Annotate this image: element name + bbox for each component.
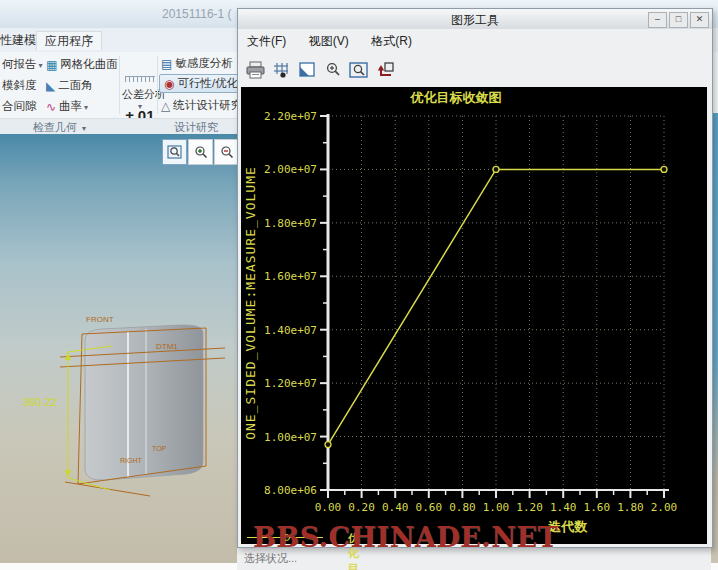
svg-text:1.00e+07: 1.00e+07: [264, 431, 317, 444]
mesh-grid-icon: ▦: [46, 58, 57, 72]
graph-tool-window: 图形工具 – □ ✕ 文件(F) 视图(V) 格式(R): [237, 8, 713, 548]
svg-text:2.00e+07: 2.00e+07: [264, 163, 317, 176]
chevron-down-icon: ▾: [82, 124, 86, 133]
zoom-refit-button[interactable]: [348, 59, 370, 81]
convergence-chart: 2.20e+072.00e+071.80e+071.60e+071.40e+07…: [241, 87, 707, 544]
menu-file[interactable]: 文件(F): [238, 29, 295, 54]
svg-text:ONE_SIDED_VOLUME:MEASURE_VOLUM: ONE_SIDED_VOLUME:MEASURE_VOLUME: [243, 166, 258, 440]
status-message: 选择状况...: [244, 551, 297, 566]
zoom-in-button[interactable]: [188, 139, 213, 165]
draft-angle-button[interactable]: 模斜度: [2, 78, 37, 93]
zoom-refit-button[interactable]: [162, 139, 187, 165]
svg-text:优化目标收敛图: 优化目标收敛图: [410, 90, 502, 105]
chevron-down-icon: ▾: [84, 103, 88, 112]
svg-text:8.00e+06: 8.00e+06: [264, 484, 317, 497]
tolerance-dropdown-arrow[interactable]: ▾: [138, 102, 142, 111]
cylinder-body: [85, 325, 203, 480]
main-window-title: 20151116-1 (: [162, 7, 232, 21]
grid-icon: [272, 61, 291, 79]
creo-application-window: 20151116-1 ( 性建模 应用程序 何报告▾ 模斜度 合间隙 ▦网格化曲…: [0, 0, 718, 570]
window-buttons: – □ ✕: [648, 12, 709, 28]
svg-text:1.20: 1.20: [516, 501, 543, 514]
dihedral-icon: ◣: [46, 79, 55, 93]
curvature-icon: ∿: [46, 100, 56, 114]
datum-label-top: TOP: [152, 445, 167, 452]
svg-text:1.80e+07: 1.80e+07: [264, 217, 317, 230]
maximize-button[interactable]: □: [669, 12, 688, 28]
svg-text:1.00: 1.00: [483, 501, 510, 514]
statistics-triangle-icon: △: [161, 99, 170, 113]
display-area-button[interactable]: [296, 59, 318, 81]
geometry-report-button[interactable]: 何报告▾: [2, 57, 43, 72]
watermark: BBS.CHINADE.NET: [253, 522, 558, 553]
display-area-icon: [298, 61, 317, 79]
magnifier-box-icon: [349, 61, 369, 79]
svg-text:0.80: 0.80: [449, 501, 476, 514]
group-check-geometry[interactable]: 检查几何 ▾: [0, 120, 119, 135]
graph-tool-menubar: 文件(F) 视图(V) 格式(R): [238, 29, 712, 53]
tolerance-ruler-icon: [125, 76, 155, 82]
graph-tool-toolbar: [238, 53, 712, 87]
zoom-in-icon: [193, 144, 209, 160]
menu-format[interactable]: 格式(R): [362, 29, 421, 54]
export-arrow-icon: [376, 61, 395, 79]
sensitivity-chart-icon: ▤: [161, 57, 172, 71]
chevron-down-icon: ▾: [39, 61, 43, 70]
datum-label-front: FRONT: [86, 315, 114, 324]
zoom-in-button[interactable]: [322, 59, 344, 81]
svg-text:2.00: 2.00: [651, 501, 678, 514]
chart-canvas[interactable]: 2.20e+072.00e+071.80e+071.60e+071.40e+07…: [241, 87, 707, 544]
graph-tool-titlebar[interactable]: 图形工具 – □ ✕: [238, 9, 712, 30]
group-design-study: 设计研究: [157, 120, 235, 135]
optimization-icon: ◉: [164, 77, 174, 91]
zoom-in-icon: [324, 61, 343, 79]
clearance-button[interactable]: 合间隙: [2, 99, 37, 114]
datum-label-right: RIGHT: [120, 457, 143, 464]
3d-model-cylinder[interactable]: 360.22 FRONT DTM1 TOP RIGHT: [20, 300, 230, 520]
statistical-design-study-button[interactable]: △统计设计研究: [161, 98, 242, 113]
graph-tool-title: 图形工具: [238, 12, 712, 29]
datum-label-dtm1: DTM1: [156, 342, 178, 351]
printer-icon: [246, 61, 265, 79]
viewport-zoom-toolbar: [162, 139, 237, 165]
tab-applications[interactable]: 应用程序: [36, 31, 102, 50]
zoom-out-button[interactable]: [214, 139, 237, 165]
svg-text:1.60: 1.60: [584, 501, 611, 514]
svg-text:1.80: 1.80: [617, 501, 644, 514]
print-button[interactable]: [244, 59, 266, 81]
feasibility-optimization-button[interactable]: ◉可行性/优化▾: [159, 74, 249, 93]
svg-text:0.40: 0.40: [382, 501, 409, 514]
zoom-out-icon: [219, 144, 235, 160]
dimension-value: 360.22: [23, 396, 57, 408]
svg-text:1.40e+07: 1.40e+07: [264, 324, 317, 337]
svg-text:1.40: 1.40: [550, 501, 577, 514]
svg-text:0.60: 0.60: [416, 501, 443, 514]
ribbon-separator: [157, 56, 158, 114]
grid-toggle-button[interactable]: [270, 59, 292, 81]
minimize-button[interactable]: –: [648, 12, 667, 28]
close-button[interactable]: ✕: [690, 12, 709, 28]
menu-view[interactable]: 视图(V): [300, 29, 358, 54]
svg-text:1.60e+07: 1.60e+07: [264, 270, 317, 283]
ribbon-separator: [119, 56, 120, 114]
curvature-button[interactable]: ∿曲率▾: [46, 99, 88, 114]
export-graph-button[interactable]: [374, 59, 396, 81]
svg-text:1.20e+07: 1.20e+07: [264, 377, 317, 390]
svg-text:0.00: 0.00: [315, 501, 342, 514]
svg-text:0.20: 0.20: [348, 501, 375, 514]
sensitivity-analysis-button[interactable]: ▤敏感度分析: [161, 56, 233, 71]
dihedral-angle-button[interactable]: ◣二面角: [46, 78, 93, 93]
mesh-surface-button[interactable]: ▦网格化曲面: [46, 57, 118, 72]
magnifier-box-icon: [167, 144, 183, 160]
svg-text:2.20e+07: 2.20e+07: [264, 110, 317, 123]
